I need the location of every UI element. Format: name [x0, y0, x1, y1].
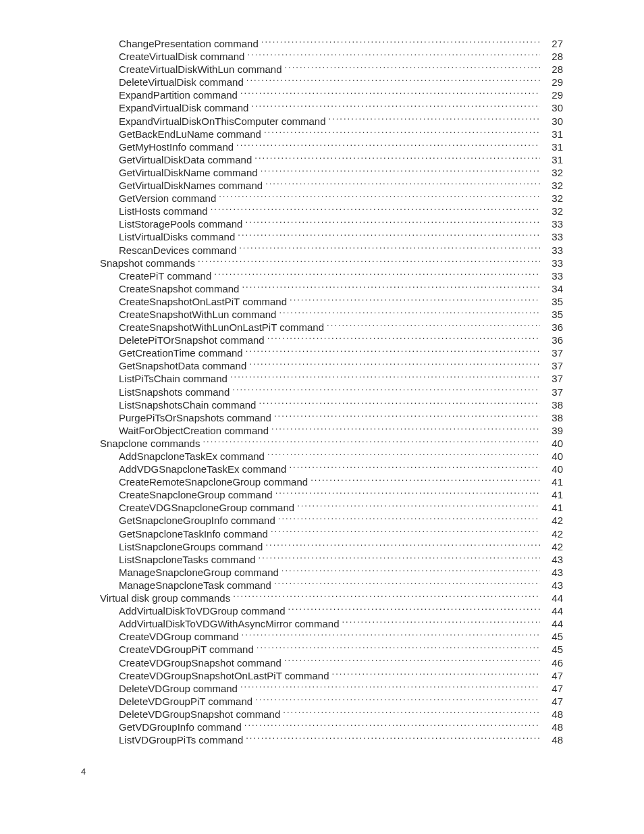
toc-leader	[279, 308, 540, 318]
toc-row[interactable]: CreateSnapshotOnLastPiT command35	[81, 295, 563, 308]
toc-row[interactable]: GetVersion command32	[81, 192, 563, 205]
toc-leader	[265, 179, 540, 189]
toc-page: 30	[540, 102, 563, 114]
toc-row[interactable]: ManageSnapcloneTask command43	[81, 579, 563, 592]
toc-row[interactable]: DeletePiTOrSnapshot command36	[81, 334, 563, 346]
toc-leader	[242, 282, 540, 292]
toc-leader	[329, 115, 540, 125]
toc-row[interactable]: ExpandVirtualDiskOnThisComputer command3…	[81, 115, 563, 128]
toc-title: Snapclone commands	[81, 438, 203, 450]
toc-title: CreateVDGroupPiT command	[81, 644, 257, 656]
toc-title: ExpandPartition command	[81, 89, 240, 101]
toc-row[interactable]: CreateVirtualDiskWithLun command28	[81, 63, 563, 76]
toc-row[interactable]: ListVDGroupPiTs command48	[81, 733, 563, 746]
toc-row[interactable]: AddVDGSnapcloneTaskEx command40	[81, 463, 563, 475]
toc-row[interactable]: ListSnapshots command37	[81, 386, 563, 398]
toc-page: 42	[540, 528, 563, 540]
toc-row[interactable]: DeleteVDGroup command47	[81, 682, 563, 695]
toc-row[interactable]: RescanDevices command33	[81, 244, 563, 257]
toc-leader	[278, 514, 540, 524]
toc-row[interactable]: Virtual disk group commands44	[81, 592, 563, 604]
toc-row[interactable]: CreateVirtualDisk command28	[81, 50, 563, 63]
toc-row[interactable]: ManageSnapcloneGroup command43	[81, 566, 563, 579]
toc-title: GetVDGroupInfo command	[81, 721, 244, 733]
toc-page: 36	[540, 321, 563, 334]
toc-page: 32	[540, 192, 563, 205]
toc-page: 40	[540, 463, 563, 475]
toc-row[interactable]: AddVirtualDiskToVDGroup command44	[81, 604, 563, 617]
toc-row[interactable]: ExpandPartition command29	[81, 88, 563, 101]
toc-row[interactable]: PurgePiTsOrSnapshots command38	[81, 411, 563, 424]
toc-title: ExpandVirtualDiskOnThisComputer command	[81, 115, 329, 128]
toc-leader	[238, 230, 540, 240]
toc-leader	[251, 101, 540, 111]
toc-row[interactable]: CreateVDGroupSnapshotOnLastPiT command47	[81, 669, 563, 682]
toc-row[interactable]: DeleteVDGroupPiT command47	[81, 695, 563, 708]
toc-title: CreateVDGSnapcloneGroup command	[81, 502, 297, 514]
toc-title: CreateSnapshot command	[81, 283, 242, 295]
toc-title: DeleteVirtualDisk command	[81, 76, 246, 88]
toc-row[interactable]: ListSnapcloneGroups command42	[81, 540, 563, 553]
toc-row[interactable]: ListHosts command32	[81, 205, 563, 217]
toc-row[interactable]: CreateSnapshotWithLun command35	[81, 308, 563, 321]
toc-row[interactable]: ChangePresentation command27	[81, 37, 563, 50]
toc-page: 41	[540, 502, 563, 514]
toc-row[interactable]: CreateVDGroupSnapshot command46	[81, 656, 563, 669]
toc-row[interactable]: GetSnapshotData command37	[81, 359, 563, 372]
toc-leader	[198, 257, 540, 267]
toc-title: DeleteVDGroupPiT command	[81, 696, 255, 708]
toc-row[interactable]: ListSnapshotsChain command38	[81, 398, 563, 411]
toc-page: 31	[540, 141, 563, 153]
toc-page: 36	[540, 334, 563, 346]
toc-row[interactable]: ListSnapcloneTasks command43	[81, 553, 563, 566]
toc-leader	[311, 475, 540, 486]
toc-row[interactable]: GetSnapcloneTaskInfo command42	[81, 527, 563, 540]
toc-row[interactable]: CreateSnapcloneGroup command41	[81, 488, 563, 501]
toc-page: 28	[540, 51, 563, 63]
toc-row[interactable]: GetVDGroupInfo command48	[81, 721, 563, 733]
toc-row[interactable]: DeleteVirtualDisk command29	[81, 76, 563, 88]
toc-page: 47	[540, 683, 563, 695]
toc-title: CreateVDGroupSnapshotOnLastPiT command	[81, 670, 332, 682]
toc-title: CreateVDGroup command	[81, 631, 242, 643]
toc-row[interactable]: CreatePiT command33	[81, 269, 563, 282]
toc-row[interactable]: GetBackEndLuName command31	[81, 128, 563, 140]
toc-page: 44	[540, 592, 563, 604]
toc-row[interactable]: ExpandVirtualDisk command30	[81, 101, 563, 114]
toc-row[interactable]: GetVirtualDiskData command31	[81, 153, 563, 166]
toc-row[interactable]: ListVirtualDisks command33	[81, 230, 563, 243]
toc-row[interactable]: GetSnapcloneGroupInfo command42	[81, 514, 563, 527]
toc-row[interactable]: CreateRemoteSnapcloneGroup command41	[81, 475, 563, 488]
toc-row[interactable]: CreateSnapshot command34	[81, 282, 563, 295]
toc-row[interactable]: Snapshot commands33	[81, 257, 563, 269]
toc-row[interactable]: GetMyHostInfo command31	[81, 140, 563, 153]
toc-page: 48	[540, 734, 563, 746]
toc-row[interactable]: GetVirtualDiskName command32	[81, 166, 563, 179]
toc-row[interactable]: DeleteVDGroupSnapshot command48	[81, 708, 563, 721]
toc-row[interactable]: AddVirtualDiskToVDGWithAsyncMirror comma…	[81, 617, 563, 630]
toc-row[interactable]: AddSnapcloneTaskEx command40	[81, 450, 563, 463]
toc-row[interactable]: CreateSnapshotWithLunOnLastPiT command36	[81, 321, 563, 334]
toc-row[interactable]: WaitForObjectCreation command39	[81, 424, 563, 437]
toc-row[interactable]: ListPiTsChain command37	[81, 372, 563, 385]
toc-page: 32	[540, 180, 563, 192]
toc-page: 35	[540, 309, 563, 321]
toc-page: 45	[540, 644, 563, 656]
toc-row[interactable]: CreateVDGroupPiT command45	[81, 643, 563, 656]
toc-title: CreateVirtualDiskWithLun command	[81, 63, 285, 76]
toc-row[interactable]: Snapclone commands40	[81, 437, 563, 450]
toc-leader	[283, 708, 540, 718]
toc-title: CreateSnapshotWithLunOnLastPiT command	[81, 321, 327, 334]
toc-page: 43	[540, 567, 563, 579]
toc-title: RescanDevices command	[81, 244, 239, 257]
toc-leader	[271, 424, 540, 434]
toc-title: ListPiTsChain command	[81, 373, 230, 385]
toc-leader	[284, 656, 540, 667]
toc-row[interactable]: ListStoragePools command33	[81, 217, 563, 230]
toc-row[interactable]: CreateVDGroup command45	[81, 630, 563, 643]
toc-row[interactable]: GetCreationTime command37	[81, 346, 563, 359]
toc-row[interactable]: GetVirtualDiskNames command32	[81, 179, 563, 192]
toc-row[interactable]: CreateVDGSnapcloneGroup command41	[81, 501, 563, 514]
toc-leader	[245, 217, 540, 228]
toc-title: ManageSnapcloneGroup command	[81, 567, 281, 579]
